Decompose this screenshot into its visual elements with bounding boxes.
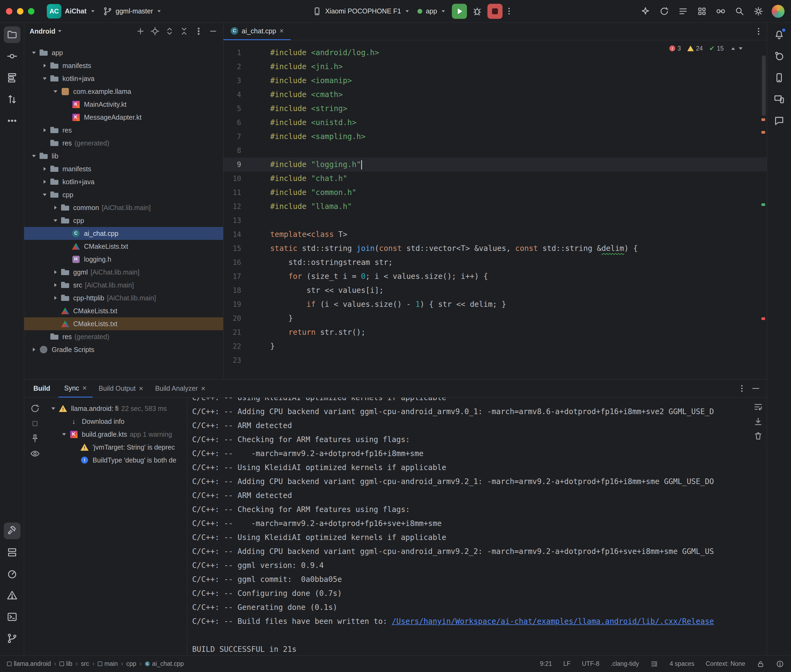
code-line-2[interactable]: 2#include <jni.h> xyxy=(223,60,767,74)
collapse-all-icon[interactable] xyxy=(180,27,189,36)
soft-wrap-icon[interactable] xyxy=(753,402,763,412)
code-line-13[interactable]: 13 xyxy=(223,213,767,227)
app-quality-insights-icon[interactable] xyxy=(771,112,788,129)
tree-item-cmakelists-txt[interactable]: CMakeLists.txt xyxy=(24,317,223,330)
breadcrumb-item-lib[interactable]: lib xyxy=(59,660,72,667)
project-tool-icon[interactable] xyxy=(4,26,21,43)
todo-list-icon[interactable] xyxy=(677,5,689,18)
status-lf[interactable]: LF xyxy=(563,660,571,667)
code-editor[interactable]: 1#include <android/log.h>2#include <jni.… xyxy=(223,40,767,379)
run-button[interactable] xyxy=(452,4,467,19)
ai-assistant-icon[interactable] xyxy=(639,5,651,18)
tree-item-ggml[interactable]: ggml[AiChat.lib.main] xyxy=(24,266,223,278)
code-line-12[interactable]: 12#include "llama.h" xyxy=(223,200,767,213)
breadcrumb-item-llama-android[interactable]: llama.android xyxy=(7,660,51,667)
tree-item-mainactivity-kt[interactable]: MainActivity.kt xyxy=(24,98,223,111)
more-tools-icon[interactable] xyxy=(4,112,21,129)
build-tab-build-output[interactable]: Build Output× xyxy=(93,379,149,397)
tree-item-cpp[interactable]: cpp xyxy=(24,214,223,227)
stop-sync-icon[interactable] xyxy=(30,419,40,428)
error-mark[interactable] xyxy=(761,317,765,320)
stop-button[interactable] xyxy=(488,4,502,19)
warnings-indicator[interactable]: 24 xyxy=(687,45,703,52)
chevron-right-icon[interactable] xyxy=(29,343,39,356)
chevron-down-icon[interactable] xyxy=(40,72,50,85)
pin-icon[interactable] xyxy=(30,434,40,443)
tree-item-lib[interactable]: lib xyxy=(24,149,223,162)
problems-icon[interactable] xyxy=(4,587,21,604)
code-line-16[interactable]: 16 std::ostringstream str; xyxy=(223,256,767,269)
passed-indicator[interactable]: ✔15 xyxy=(709,45,724,52)
search-icon[interactable] xyxy=(733,5,746,18)
close-tab-icon[interactable]: × xyxy=(139,385,143,392)
editor-options-icon[interactable] xyxy=(754,24,763,38)
code-line-11[interactable]: 11#include "common.h" xyxy=(223,186,767,200)
debug-button[interactable] xyxy=(470,4,485,19)
tree-item-res[interactable]: res(generated) xyxy=(24,330,223,343)
tree-item-kotlin-java[interactable]: kotlin+java xyxy=(24,175,223,188)
breadcrumb-item-main[interactable]: main xyxy=(98,660,118,667)
console-file-link[interactable]: /Users/hanyin/Workspace/ai-chat/examples… xyxy=(392,617,714,626)
code-line-5[interactable]: 5#include <string> xyxy=(223,102,767,116)
settings-gear-icon[interactable] xyxy=(752,5,765,18)
tree-item-res[interactable]: res(generated) xyxy=(24,137,223,149)
tree-item-cpp[interactable]: cpp xyxy=(24,188,223,201)
previous-issue-icon[interactable] xyxy=(731,47,735,50)
code-line-23[interactable]: 23 xyxy=(223,354,767,367)
more-run-actions-icon[interactable] xyxy=(505,4,513,18)
code-style-icon[interactable] xyxy=(650,660,658,668)
warning-mark[interactable] xyxy=(761,131,765,134)
chevron-right-icon[interactable] xyxy=(51,278,60,291)
chevron-right-icon[interactable] xyxy=(51,201,60,214)
hide-build-panel-icon[interactable] xyxy=(752,388,759,389)
code-line-17[interactable]: 17 for (size_t i = 0; i < values.size();… xyxy=(223,269,767,283)
status-context-none[interactable]: Context: None xyxy=(706,660,745,667)
chevron-down-icon[interactable] xyxy=(48,402,58,415)
filter-warnings-eye-icon[interactable] xyxy=(30,449,40,459)
code-line-18[interactable]: 18 str << values[i]; xyxy=(223,283,767,298)
code-line-4[interactable]: 4#include <cmath> xyxy=(223,88,767,102)
code-line-21[interactable]: 21 return str.str(); xyxy=(223,325,767,339)
locate-file-icon[interactable] xyxy=(151,27,160,36)
profiler-icon[interactable] xyxy=(4,565,21,582)
change-mark[interactable] xyxy=(761,203,765,206)
code-line-7[interactable]: 7#include <sampling.h> xyxy=(223,130,767,144)
chevron-down-icon[interactable] xyxy=(51,214,60,227)
project-view-selector[interactable]: Android xyxy=(30,27,55,35)
version-control-icon[interactable] xyxy=(4,630,21,647)
tree-item-cpp-httplib[interactable]: cpp-httplib[AiChat.lib.main] xyxy=(24,291,223,304)
chevron-right-icon[interactable] xyxy=(40,162,50,175)
close-tab-icon[interactable]: × xyxy=(279,27,284,35)
run-configuration-selector[interactable]: app xyxy=(413,3,449,19)
rerun-sync-icon[interactable] xyxy=(30,404,40,413)
clear-console-icon[interactable] xyxy=(753,431,763,441)
tree-item-cmakelists-txt[interactable]: CMakeLists.txt xyxy=(24,240,223,253)
tree-item-ai-chat-cpp[interactable]: ai_chat.cpp xyxy=(24,227,223,240)
code-line-19[interactable]: 19 if (i < values.size() - 1) { str << d… xyxy=(223,298,767,311)
gradle-sync-icon[interactable] xyxy=(658,5,671,18)
chevron-right-icon[interactable] xyxy=(40,124,50,137)
tree-item-src[interactable]: src[AiChat.lib.main] xyxy=(24,278,223,291)
warning-mark[interactable] xyxy=(761,118,765,121)
code-line-8[interactable]: 8 xyxy=(223,144,767,158)
build-options-icon[interactable] xyxy=(738,381,746,395)
panel-options-icon[interactable] xyxy=(194,27,203,36)
device-explorer-icon[interactable] xyxy=(4,544,21,561)
terminal-icon[interactable] xyxy=(4,608,21,625)
tree-item-app[interactable]: app xyxy=(24,46,223,59)
build-tab-sync[interactable]: Sync× xyxy=(58,379,93,397)
chevron-down-icon[interactable] xyxy=(51,85,60,98)
chevron-right-icon[interactable] xyxy=(40,175,50,188)
inspection-widget[interactable]: !3 24 ✔15 xyxy=(669,45,743,52)
breadcrumb-item-cpp[interactable]: cpp xyxy=(126,660,136,667)
plugins-icon[interactable] xyxy=(696,5,708,18)
tree-item-com-example-llama[interactable]: com.example.llama xyxy=(24,85,223,98)
device-manager-icon[interactable] xyxy=(771,69,788,86)
code-line-6[interactable]: 6#include <unistd.h> xyxy=(223,116,767,130)
tree-item-build-gradle-kts[interactable]: build.gradle.ktsapp 1 warning xyxy=(46,428,187,441)
chevron-down-icon[interactable] xyxy=(29,46,39,59)
link-share-icon[interactable] xyxy=(714,5,727,18)
editor-scrollbar-thumb[interactable] xyxy=(762,55,766,116)
breadcrumb-item-ai-chat-cpp[interactable]: ai_chat.cpp xyxy=(145,660,184,667)
maximize-window-button[interactable] xyxy=(28,8,34,14)
